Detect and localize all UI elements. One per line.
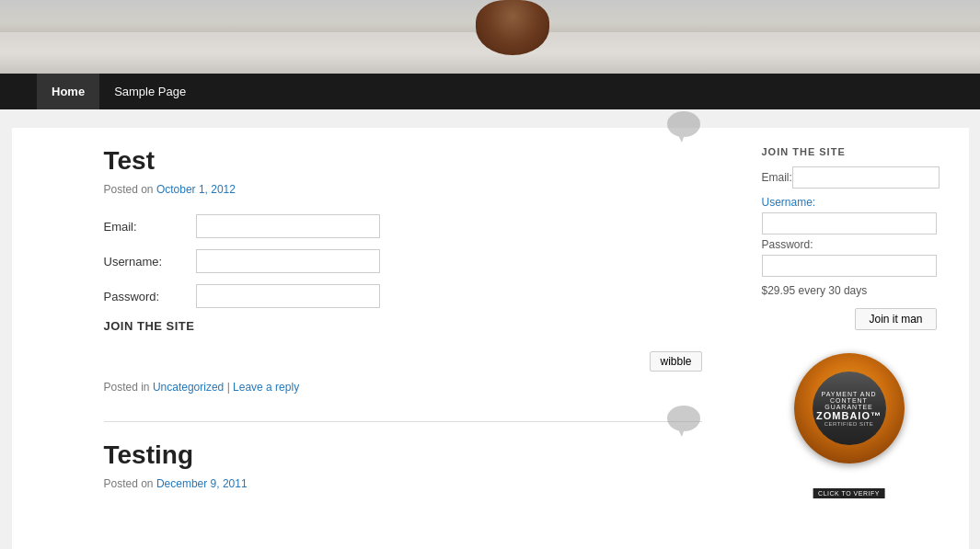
zombaio-badge-inner: PAYMENT ANDCONTENTGUARANTEE ZOMBAIO™ CER… (813, 372, 886, 445)
sidebar-password-input[interactable] (762, 255, 937, 277)
email-row: Email: (104, 214, 702, 238)
post-divider (104, 421, 702, 422)
username-input[interactable] (196, 249, 380, 273)
username-label: Username: (104, 255, 196, 269)
sidebar-section-title: JOIN THE SITE (762, 146, 937, 157)
join-title: JOIN THE SITE (104, 319, 702, 333)
post-test: Test Posted on October 1, 2012 Email: Us… (104, 146, 702, 394)
sidebar-price: $29.95 every 30 days (762, 284, 937, 297)
main-content: Test Posted on October 1, 2012 Email: Us… (30, 128, 721, 549)
badge-top-text: PAYMENT ANDCONTENTGUARANTEE (821, 391, 876, 410)
pinecone-decoration (476, 0, 549, 55)
email-input[interactable] (196, 214, 380, 238)
sidebar-join-section: JOIN THE SITE Email: Username: Password:… (762, 146, 937, 330)
badge-click-text: CLICK TO VERIFY (813, 488, 885, 498)
wibble-button[interactable]: wibble (650, 351, 701, 372)
zombaio-badge-wrapper[interactable]: PAYMENT ANDCONTENTGUARANTEE ZOMBAIO™ CER… (794, 353, 905, 482)
join-button[interactable]: Join it man (855, 308, 936, 330)
post-title: Test (104, 146, 702, 176)
sidebar-email-row: Email: (762, 166, 937, 189)
navigation: Home Sample Page (0, 74, 980, 109)
content-wrapper: Test Posted on October 1, 2012 Email: Us… (12, 128, 969, 549)
header-image (0, 0, 980, 74)
zombaio-badge-outer: PAYMENT ANDCONTENTGUARANTEE ZOMBAIO™ CER… (794, 353, 905, 463)
page-wrapper: Test Posted on October 1, 2012 Email: Us… (0, 109, 980, 549)
leave-reply-link[interactable]: Leave a reply (233, 381, 299, 394)
password-row: Password: (104, 284, 702, 308)
sidebar-username-link[interactable]: Username: (762, 196, 937, 209)
comment-bubble-2[interactable] (665, 404, 702, 437)
category-link[interactable]: Uncategorized (153, 381, 224, 394)
sidebar-username-input[interactable] (762, 212, 937, 234)
nav-sample-page[interactable]: Sample Page (99, 74, 201, 109)
nav-home[interactable]: Home (37, 74, 99, 109)
svg-point-2 (667, 406, 700, 431)
password-input[interactable] (196, 284, 380, 308)
sidebar-email-label: Email: (762, 171, 792, 184)
username-row: Username: (104, 249, 702, 273)
email-label: Email: (104, 220, 196, 234)
post-title-2: Testing (104, 440, 702, 470)
svg-point-0 (667, 111, 700, 137)
badge-certified: CERTIFIED SITE (824, 421, 874, 427)
badge-logo: ZOMBAIO™ (816, 410, 882, 421)
post-testing: Testing Posted on December 9, 2011 (104, 440, 702, 490)
post-meta-2: Posted on December 9, 2011 (104, 477, 702, 490)
password-label: Password: (104, 290, 196, 303)
sidebar: JOIN THE SITE Email: Username: Password:… (748, 128, 951, 549)
zombaio-section: PAYMENT ANDCONTENTGUARANTEE ZOMBAIO™ CER… (762, 353, 937, 482)
post-date-link-2[interactable]: December 9, 2011 (156, 477, 248, 490)
post-footer: Posted in Uncategorized | Leave a reply (104, 372, 702, 394)
sidebar-password-label: Password: (762, 238, 937, 251)
comment-bubble[interactable] (665, 109, 702, 143)
post-date-link[interactable]: October 1, 2012 (156, 183, 236, 196)
sidebar-email-input[interactable] (792, 166, 940, 189)
post-meta: Posted on October 1, 2012 (104, 183, 702, 196)
